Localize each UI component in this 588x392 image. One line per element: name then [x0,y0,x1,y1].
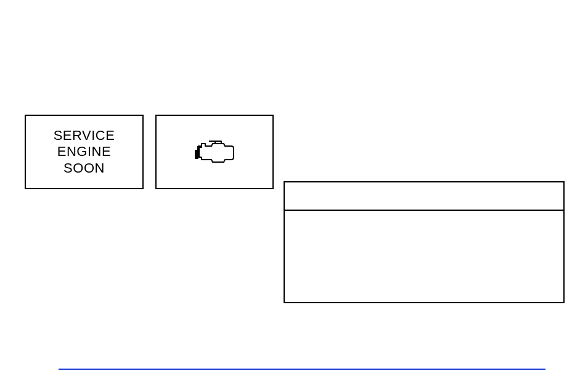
indicator-text-line1: SERVICE [54,128,115,144]
engine-icon-indicator [155,115,274,189]
indicator-text-line3: SOON [63,160,105,176]
service-engine-soon-indicator: SERVICE ENGINE SOON [25,115,144,189]
engine-icon [193,139,236,166]
footer-divider [59,369,545,370]
content-box-header [285,182,563,211]
content-box [284,181,565,303]
indicator-text-line2: ENGINE [57,144,111,160]
svg-rect-0 [195,150,198,158]
